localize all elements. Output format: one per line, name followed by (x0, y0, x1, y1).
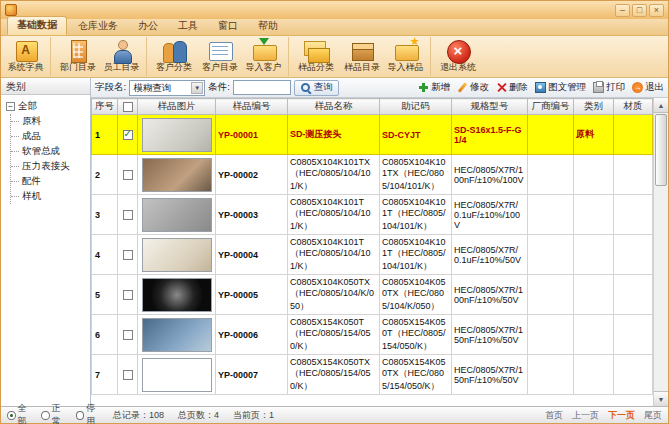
menu-tab[interactable]: 工具 (169, 18, 207, 35)
col-header-material[interactable]: 材质 (614, 99, 653, 115)
main-area: 类别 − 全部 原料 成品 (1, 78, 668, 406)
chevron-down-icon[interactable]: ▼ (191, 82, 203, 94)
menu-tab[interactable]: 基础数据 (7, 16, 67, 35)
vertical-scrollbar[interactable]: ▲ ▼ (653, 98, 668, 406)
tree-item[interactable]: 成品 (11, 129, 88, 144)
sample-category (574, 275, 614, 315)
ribbon-button-icon (64, 39, 92, 60)
tree-item[interactable]: 压力表接头 (11, 159, 88, 174)
pagination-button[interactable]: 首页 (545, 409, 563, 422)
category-sidebar: 类别 − 全部 原料 成品 (1, 78, 91, 406)
row-checkbox[interactable] (123, 130, 133, 140)
row-number: 3 (92, 195, 118, 235)
current-page: 当前页：1 (233, 409, 274, 422)
ribbon-button[interactable]: 导入客户 (243, 37, 289, 76)
col-header-spec[interactable]: 规格型号 (452, 99, 528, 115)
ribbon-button[interactable]: 样品目录 (339, 37, 385, 76)
search-button[interactable]: 查询 (294, 80, 339, 96)
pagination-button[interactable]: 尾页 (644, 409, 662, 422)
status-radio[interactable]: 正常 (41, 402, 68, 424)
scroll-down-icon[interactable]: ▼ (654, 391, 668, 406)
row-checkbox[interactable] (123, 170, 133, 180)
ribbon-button[interactable]: 系统字典 (5, 37, 51, 76)
scroll-up-icon[interactable]: ▲ (654, 98, 668, 113)
action-button[interactable]: 删除 (496, 81, 528, 94)
table-row[interactable]: 7 YP-00007 C0805X154K050TX（HEC/0805/154/… (92, 355, 653, 395)
sample-code: YP-00001 (216, 115, 288, 155)
ribbon-button[interactable]: 客户目录 (197, 37, 243, 76)
tree-root[interactable]: − 全部 (6, 99, 88, 114)
row-checkbox[interactable] (123, 330, 133, 340)
ribbon-toolbar: 系统字典 部门目录 员工目录 客户分类 客户目录 (1, 36, 668, 78)
close-button[interactable]: × (649, 4, 664, 17)
scrollbar-thumb[interactable] (655, 114, 667, 186)
ribbon-button[interactable]: 部门目录 (55, 37, 101, 76)
col-header-image[interactable]: 样品图片 (138, 99, 216, 115)
action-button[interactable]: 修改 (457, 81, 489, 94)
condition-input[interactable] (233, 80, 291, 95)
ribbon-button[interactable]: 样品分类 (293, 37, 339, 76)
sidebar-title: 类别 (1, 78, 90, 95)
action-button-icon (496, 82, 507, 93)
col-header-name[interactable]: 样品名称 (288, 99, 380, 115)
sample-mnemonic: C0805X154K050T（HEC/0805/154/050/K） (380, 315, 452, 355)
ribbon-button[interactable]: 导入样品 (385, 37, 431, 76)
menu-tab[interactable]: 窗口 (209, 18, 247, 35)
table-row[interactable]: 3 YP-00003 C0805X104K101T（HEC/0805/104/1… (92, 195, 653, 235)
pagination-button[interactable]: 下一页 (608, 409, 635, 422)
table-row[interactable]: 6 YP-00006 C0805X154K050T（HEC/0805/154/0… (92, 315, 653, 355)
action-button-label: 打印 (606, 81, 625, 94)
menu-tab[interactable]: 仓库业务 (69, 18, 127, 35)
tree-item-label: 原料 (22, 115, 41, 128)
sample-spec: HEC/0805/X7R/100nF/±10%/100V (452, 155, 528, 195)
status-radio[interactable]: 全部 (7, 402, 34, 424)
row-checkbox[interactable] (123, 370, 133, 380)
action-button[interactable]: 退出 (632, 81, 664, 94)
tree-item-label: 样机 (22, 190, 41, 203)
row-checkbox[interactable] (123, 290, 133, 300)
col-header-mnemonic[interactable]: 助记码 (380, 99, 452, 115)
action-button[interactable]: 图文管理 (535, 81, 586, 94)
pagination-button[interactable]: 上一页 (572, 409, 599, 422)
col-header-code[interactable]: 样品编号 (216, 99, 288, 115)
table-row[interactable]: 2 YP-00002 C0805X104K101TX（HEC/0805/104/… (92, 155, 653, 195)
table-row[interactable]: 5 YP-00005 C0805X104K050TX（HEC/0805/104/… (92, 275, 653, 315)
menu-bar: 基础数据 仓库业务 办公 工具 窗口 帮助 (1, 19, 668, 36)
sample-name: C0805X104K101T（HEC/0805/104/101/K） (288, 195, 380, 235)
tree-expander-icon[interactable]: − (6, 102, 15, 111)
menu-tab[interactable]: 帮助 (249, 18, 287, 35)
ribbon-button-icon (392, 39, 420, 60)
table-row[interactable]: 4 YP-00004 C0805X104K101T（HEC/0805/104/1… (92, 235, 653, 275)
maximize-button[interactable]: □ (632, 4, 647, 17)
ribbon-button[interactable]: 客户分类 (151, 37, 197, 76)
select-all-checkbox[interactable] (123, 102, 133, 112)
ribbon-button-label: 客户目录 (202, 61, 238, 74)
search-button-label: 查询 (314, 81, 333, 94)
tree-item[interactable]: 原料 (11, 114, 88, 129)
table-row[interactable]: 1 YP-00001 SD-测压接头 SD-CYJT SD-S16x1.5-F-… (92, 115, 653, 155)
ribbon-button[interactable]: 员工目录 (101, 37, 147, 76)
row-checkbox[interactable] (123, 210, 133, 220)
sample-mnemonic: C0805X154K050TX（HEC/0805/154/050/K） (380, 355, 452, 395)
minimize-button[interactable]: – (615, 4, 630, 17)
row-number: 5 (92, 275, 118, 315)
tree-item[interactable]: 软管总成 (11, 144, 88, 159)
status-radio[interactable]: 停用 (76, 402, 103, 424)
col-header-category[interactable]: 类别 (574, 99, 614, 115)
field-select[interactable]: 模糊查询 ▼ (129, 80, 205, 96)
action-button[interactable]: 打印 (593, 81, 625, 94)
col-header-index[interactable]: 序号 (92, 99, 118, 115)
action-button-icon (632, 82, 643, 93)
tree-item[interactable]: 配件 (11, 174, 88, 189)
menu-tab[interactable]: 办公 (129, 18, 167, 35)
tree-item-label: 压力表接头 (22, 160, 70, 173)
sample-mnemonic: C0805X104K101T（HEC/0805/104/101/K） (380, 195, 452, 235)
row-checkbox[interactable] (123, 250, 133, 260)
tree-item[interactable]: 样机 (11, 189, 88, 204)
col-header-vendor[interactable]: 厂商编号 (528, 99, 574, 115)
field-select-value: 模糊查询 (133, 81, 171, 95)
ribbon-button[interactable]: 退出系统 (435, 37, 481, 76)
action-button[interactable]: 新增 (418, 81, 450, 94)
pagination: 首页 上一页 下一页 尾页 (545, 409, 662, 422)
action-button-icon (535, 82, 546, 93)
